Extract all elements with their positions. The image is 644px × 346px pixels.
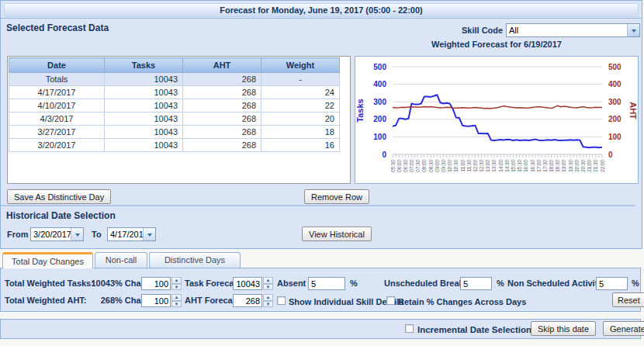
reset-button[interactable]: Reset [612,292,644,307]
tasks-pct-change-input[interactable] [141,277,171,290]
svg-text:06:00: 06:00 [396,160,402,172]
task-forecast-input[interactable] [233,277,262,290]
svg-text:0: 0 [608,151,613,159]
to-date-value: 4/17/2017 [108,228,143,240]
svg-text:16:00: 16:00 [523,160,528,172]
svg-text:16:30: 16:30 [530,160,535,172]
chart-title: Weighted Forecast for 6/19/2017 [355,40,639,49]
cell-value: 268 [183,99,261,112]
total-day-changes-panel: Total Weighted Tasks: 10043 % Change ▲▼ … [0,268,641,312]
cell-value: 10043 [105,126,183,139]
spin-up-icon[interactable]: ▲ [171,277,182,284]
table-row[interactable]: 4/17/20171004326824 [9,86,340,99]
svg-text:07:30: 07:30 [415,160,421,172]
spin-down-icon[interactable]: ▼ [171,301,182,308]
svg-text:200: 200 [608,115,621,123]
absent-percent-sign: % [350,279,358,288]
generate-button[interactable]: Generate [603,321,644,336]
unscheduled-breaks-input[interactable] [460,277,492,290]
svg-text:Tasks: Tasks [355,99,365,122]
spin-up-icon[interactable]: ▲ [263,294,273,301]
table-row[interactable]: 4/10/20171004326822 [9,99,340,112]
footer-bar: Incremental Date Selection Skip this dat… [0,319,641,339]
tab-distinctive-days[interactable]: Distinctive Days [149,252,241,268]
svg-text:13:00: 13:00 [485,160,490,172]
remove-row-button[interactable]: Remove Row [304,189,369,204]
non-scheduled-activities-input[interactable] [596,277,628,290]
cell-date: 4/10/2017 [9,99,105,112]
save-as-distinctive-day-button[interactable]: Save As Distinctive Day [7,189,111,204]
aht-forecast-input[interactable] [233,294,262,307]
table-row[interactable]: 3/27/20171004326818 [9,126,340,139]
show-individual-skill-checkbox[interactable] [277,296,286,305]
svg-text:100: 100 [373,133,386,141]
total-weighted-tasks-value: 10043 [81,279,115,288]
svg-text:14:00: 14:00 [498,160,504,172]
retain-pct-changes-label: Retain % Changes Across Days [398,297,526,306]
to-date-arrow-button[interactable] [143,228,155,240]
svg-text:21:30: 21:30 [593,160,598,172]
non-scheduled-activities-label: Non Scheduled Activities [507,279,610,288]
chevron-down-icon [147,234,152,239]
skill-code-dropdown[interactable]: All [506,23,640,37]
task-forecast-spinner[interactable]: ▲▼ [233,277,273,290]
svg-text:08:00: 08:00 [421,160,427,172]
svg-text:19:30: 19:30 [568,160,573,172]
forecast-chart-panel: 0010010020020030030040040050050005:3006:… [355,56,639,184]
total-weighted-tasks-label: Total Weighted Tasks: [5,279,94,288]
svg-text:AHT: AHT [628,102,638,119]
svg-text:10:30: 10:30 [453,160,459,172]
aht-forecast-spinner[interactable]: ▲▼ [233,294,273,307]
from-date-dropdown[interactable]: 3/20/2017 [30,227,84,241]
svg-text:22:00: 22:00 [600,160,605,172]
svg-text:200: 200 [373,115,386,123]
chevron-down-icon [632,29,636,35]
from-date-arrow-button[interactable] [71,228,83,240]
svg-text:10:00: 10:00 [447,160,452,172]
absent-input[interactable] [308,277,345,290]
retain-pct-changes-checkbox[interactable] [386,296,395,305]
tab-non-call-activity[interactable]: Non-call Activity [95,252,147,268]
spin-down-icon[interactable]: ▼ [263,284,273,291]
table-row[interactable]: 4/3/20171004326820 [9,112,340,126]
column-header-aht[interactable]: AHT [183,58,261,73]
cell-totals-tasks: 10043 [105,73,183,86]
cell-date: 3/20/2017 [9,139,105,152]
cell-value: 22 [261,99,340,112]
absent-label: Absent [277,279,306,288]
table-row[interactable]: 3/20/20171004326816 [9,139,340,152]
cell-value: 20 [261,112,340,126]
svg-text:11:30: 11:30 [466,160,472,172]
skip-this-date-button[interactable]: Skip this date [531,321,596,336]
svg-text:12:00: 12:00 [473,160,478,172]
cell-value: 268 [183,126,261,139]
svg-text:300: 300 [608,98,621,106]
column-header-weight[interactable]: Weight [261,58,340,73]
aht-pct-change-spinner[interactable]: ▲▼ [141,294,182,307]
svg-text:09:30: 09:30 [441,160,446,172]
svg-text:12:30: 12:30 [479,160,484,172]
view-historical-button[interactable]: View Historical [302,227,372,241]
svg-text:20:00: 20:00 [574,160,580,172]
svg-text:300: 300 [373,98,386,106]
spin-down-icon[interactable]: ▼ [171,284,182,291]
spin-down-icon[interactable]: ▼ [263,301,273,308]
cell-value: 268 [183,86,261,99]
unscheduled-breaks-percent-sign: % [497,279,504,288]
spin-up-icon[interactable]: ▲ [171,294,182,301]
column-header-tasks[interactable]: Tasks [105,58,183,73]
incremental-date-checkbox[interactable] [405,324,414,333]
column-header-date[interactable]: Date [9,58,105,73]
tab-total-day-changes[interactable]: Total Day Changes [2,252,93,268]
spin-up-icon[interactable]: ▲ [263,277,273,284]
to-date-dropdown[interactable]: 4/17/2017 [107,227,156,241]
forecast-chart: 0010010020020030030040040050050005:3006:… [355,57,638,183]
aht-pct-change-input[interactable] [141,294,171,307]
skill-code-arrow-button[interactable] [627,24,639,36]
incremental-date-label: Incremental Date Selection [417,325,531,334]
totals-row: Totals 10043 268 - [9,73,340,86]
svg-text:21:00: 21:00 [587,160,592,172]
cell-date: 4/17/2017 [9,86,105,99]
svg-text:19:00: 19:00 [561,160,566,172]
tasks-pct-change-spinner[interactable]: ▲▼ [141,277,182,290]
